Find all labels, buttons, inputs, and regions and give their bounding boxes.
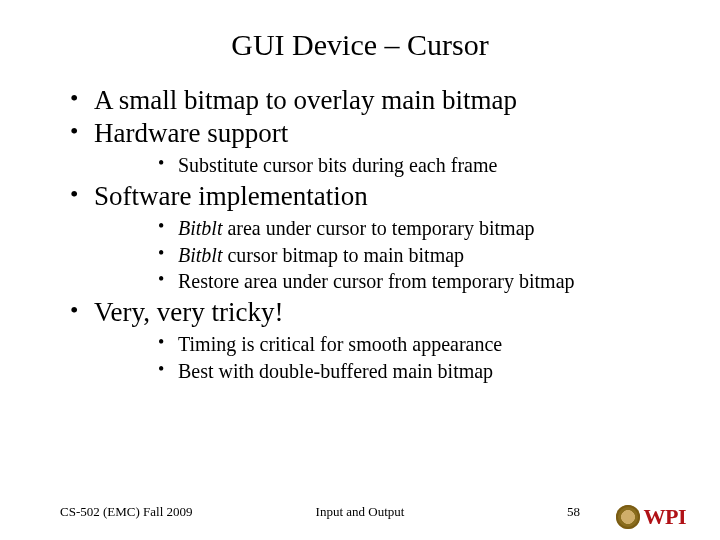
bullet-list: A small bitmap to overlay main bitmap Ha…	[0, 84, 720, 384]
sub-bullet-list: Substitute cursor bits during each frame	[94, 152, 680, 178]
bullet-item: A small bitmap to overlay main bitmap	[70, 84, 680, 117]
slide-footer: CS-502 (EMC) Fall 2009 Input and Output …	[0, 498, 720, 526]
sub-bullet-item: Timing is critical for smooth appearance	[158, 331, 680, 357]
footer-page-number: 58	[567, 504, 580, 520]
sub-bullet-item: Restore area under cursor from temporary…	[158, 268, 680, 294]
bullet-text: Very, very tricky!	[94, 297, 283, 327]
bullet-text: Software implementation	[94, 181, 368, 211]
sub-bullet-item: Best with double-buffered main bitmap	[158, 358, 680, 384]
wpi-seal-icon	[616, 505, 640, 529]
sub-bullet-list: Bitblt area under cursor to temporary bi…	[94, 215, 680, 294]
sub-bullet-item: Bitblt area under cursor to temporary bi…	[158, 215, 680, 241]
bullet-item: Software implementation Bitblt area unde…	[70, 180, 680, 294]
footer-center: Input and Output	[0, 504, 720, 520]
sub-bullet-item: Bitblt cursor bitmap to main bitmap	[158, 242, 680, 268]
italic-term: Bitblt	[178, 217, 222, 239]
sub-bullet-rest: area under cursor to temporary bitmap	[222, 217, 534, 239]
slide: GUI Device – Cursor A small bitmap to ov…	[0, 0, 720, 540]
bullet-text: Hardware support	[94, 118, 288, 148]
italic-term: Bitblt	[178, 244, 222, 266]
sub-bullet-list: Timing is critical for smooth appearance…	[94, 331, 680, 384]
sub-bullet-item: Substitute cursor bits during each frame	[158, 152, 680, 178]
wpi-logo-text: WPI	[644, 504, 687, 530]
footer-logo: WPI	[616, 504, 687, 530]
slide-title: GUI Device – Cursor	[0, 0, 720, 72]
sub-bullet-rest: cursor bitmap to main bitmap	[222, 244, 464, 266]
bullet-item: Very, very tricky! Timing is critical fo…	[70, 296, 680, 384]
bullet-item: Hardware support Substitute cursor bits …	[70, 117, 680, 178]
